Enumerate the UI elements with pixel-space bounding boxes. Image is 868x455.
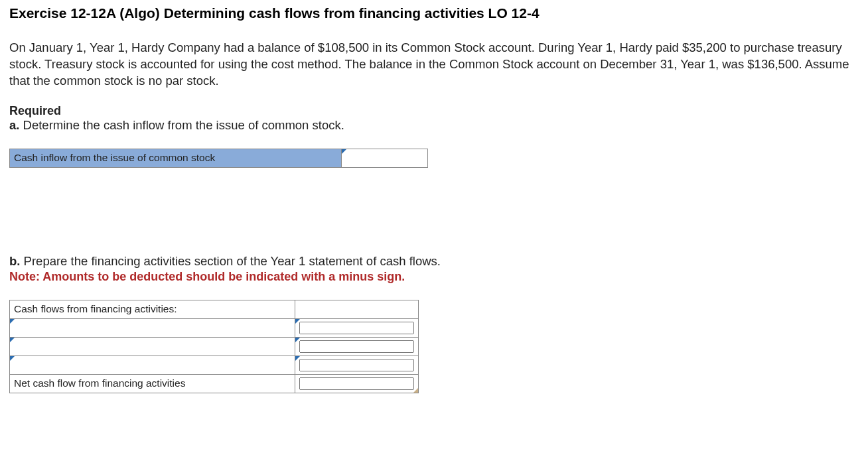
- problem-statement: On January 1, Year 1, Hardy Company had …: [9, 40, 859, 90]
- part-b-row3-label[interactable]: [10, 356, 295, 374]
- part-a-table: Cash inflow from the issue of common sto…: [9, 149, 428, 168]
- part-a-prompt: a. Determine the cash inflow from the is…: [9, 118, 859, 133]
- part-b-header-label: Cash flows from financing activities:: [10, 300, 295, 318]
- part-a-row-label: Cash inflow from the issue of common sto…: [10, 149, 342, 167]
- part-b-prompt: b. Prepare the financing activities sect…: [9, 254, 859, 269]
- part-b-note: Note: Amounts to be deducted should be i…: [9, 270, 859, 284]
- part-b-row1-label[interactable]: [10, 318, 295, 337]
- part-b-row2-value[interactable]: [295, 337, 419, 356]
- part-b-text: Prepare the financing activities section…: [20, 254, 440, 268]
- part-b-row3-value[interactable]: [295, 356, 419, 374]
- part-b-table: Cash flows from financing activities: Ne…: [9, 300, 419, 393]
- part-b-header-empty: [295, 300, 419, 318]
- part-b-row1-label-input[interactable]: [14, 321, 291, 335]
- part-a-input[interactable]: [346, 151, 423, 165]
- part-b-row1-value[interactable]: [295, 318, 419, 337]
- part-b-row2-label[interactable]: [10, 337, 295, 356]
- part-a-letter: a.: [9, 118, 19, 132]
- part-b-row3-value-input[interactable]: [299, 359, 414, 371]
- part-a-text: Determine the cash inflow from the issue…: [19, 118, 344, 132]
- part-b-row1-value-input[interactable]: [299, 322, 414, 334]
- part-b-row2-value-input[interactable]: [299, 340, 414, 353]
- part-b-row2-label-input[interactable]: [14, 340, 291, 354]
- part-b-footer-value[interactable]: [295, 374, 419, 393]
- exercise-title: Exercise 12-12A (Algo) Determining cash …: [9, 5, 859, 21]
- required-heading: Required: [9, 104, 859, 118]
- part-b-row3-label-input[interactable]: [14, 358, 291, 372]
- part-b-footer-label: Net cash flow from financing activities: [10, 374, 295, 393]
- part-a-input-cell[interactable]: [342, 149, 428, 167]
- part-b-footer-input[interactable]: [299, 377, 414, 390]
- part-b-letter: b.: [9, 254, 20, 268]
